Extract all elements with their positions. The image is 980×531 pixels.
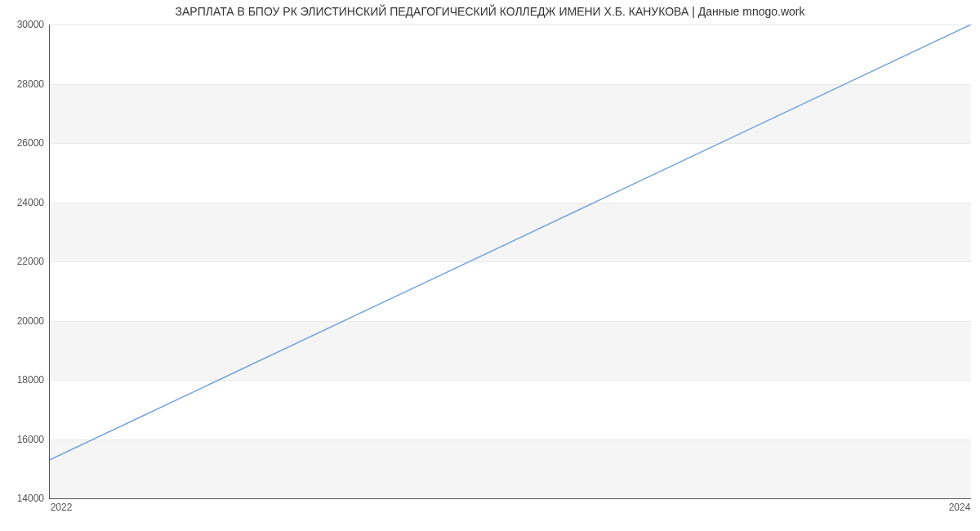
chart-title: ЗАРПЛАТА В БПОУ РК ЭЛИСТИНСКИЙ ПЕДАГОГИЧ… <box>0 5 980 18</box>
y-tick-label: 16000 <box>3 434 44 445</box>
line-series <box>50 25 971 498</box>
y-tick-label: 24000 <box>3 197 44 208</box>
y-tick-label: 30000 <box>3 19 44 30</box>
plot-area <box>49 25 971 499</box>
x-tick-label: 2024 <box>949 502 971 513</box>
x-tick-label: 2022 <box>51 502 73 513</box>
y-tick-label: 18000 <box>3 374 44 386</box>
chart-container: ЗАРПЛАТА В БПОУ РК ЭЛИСТИНСКИЙ ПЕДАГОГИЧ… <box>0 0 980 531</box>
y-tick-label: 26000 <box>3 137 44 149</box>
y-tick-label: 28000 <box>3 78 44 90</box>
y-tick-label: 20000 <box>3 315 44 327</box>
y-tick-label: 22000 <box>3 256 44 267</box>
y-tick-label: 14000 <box>3 493 44 504</box>
